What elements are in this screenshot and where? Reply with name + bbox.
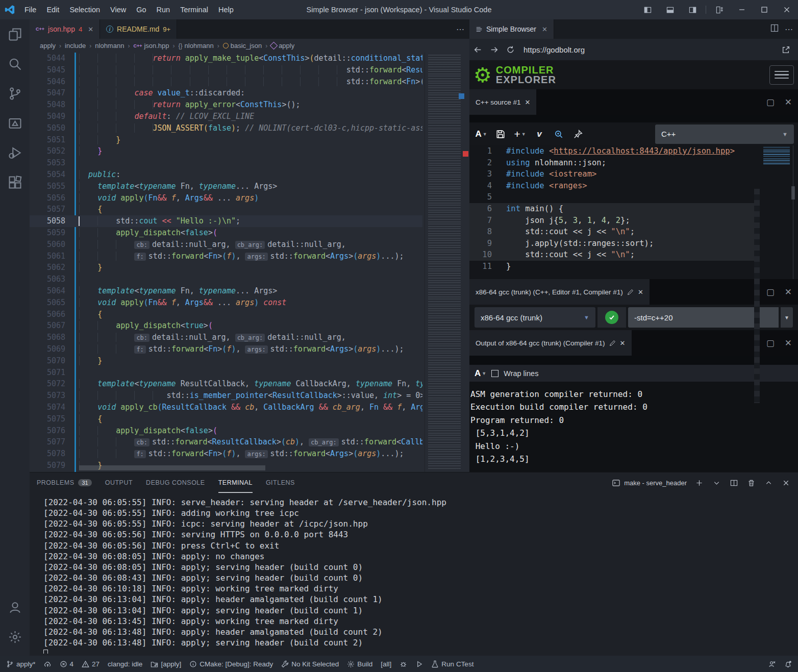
account-icon[interactable]	[0, 592, 30, 622]
code-line[interactable]: 5054 public:	[30, 169, 422, 181]
code-line[interactable]: 5053	[30, 157, 422, 169]
font-size-icon[interactable]: A▼	[473, 127, 489, 142]
code-line[interactable]: 5057 {	[30, 204, 422, 215]
status-item-build[interactable]: Build	[347, 660, 372, 668]
terminal-picker-chevron-icon[interactable]	[711, 478, 721, 488]
status-item-cmake-debug-ready[interactable]: CMake: [Debug]: Ready	[189, 660, 273, 668]
code-line[interactable]: 5062 }	[30, 262, 422, 273]
breadcrumb-item-apply[interactable]: apply	[40, 42, 56, 49]
minimap[interactable]	[425, 53, 469, 472]
editor-tab-README.md[interactable]: iREADME.md9+	[100, 19, 177, 39]
terminal-output[interactable]: [2022-04-30 06:05:55] INFO: serve_header…	[43, 497, 793, 654]
breadcrumb-item-nlohmann[interactable]: nlohmann	[95, 42, 124, 49]
font-size-icon[interactable]: A▼	[475, 366, 486, 381]
close-pane-icon[interactable]: ✕	[525, 98, 531, 106]
godbolt-source-editor[interactable]: 1#include <https://localhost:8443/apply/…	[469, 145, 798, 279]
tab-simple-browser[interactable]: Simple Browser ✕	[469, 19, 554, 39]
godbolt-code-line[interactable]: 8 std::cout << j << "\n";	[469, 226, 755, 238]
close-pane-icon[interactable]: ✕	[638, 288, 643, 296]
code-line[interactable]: 5058 std::cout << "Hello :-)\n";	[30, 215, 422, 227]
horizontal-scrollbar[interactable]	[79, 465, 265, 470]
godbolt-code-line[interactable]: 1#include <https://localhost:8443/apply/…	[469, 145, 798, 157]
menu-run[interactable]: Run	[152, 6, 176, 14]
close-tab-icon[interactable]: ✕	[88, 26, 93, 33]
reload-icon[interactable]	[502, 41, 518, 58]
back-icon[interactable]	[469, 41, 486, 58]
panel-tab-output[interactable]: OUTPUT	[105, 472, 133, 493]
godbolt-code-line[interactable]: 9 j.apply(std::ranges::sort);	[469, 238, 755, 250]
code-line[interactable]: 5075 {	[30, 413, 422, 425]
status-item--all-[interactable]: [all]	[381, 660, 391, 668]
kill-terminal-icon[interactable]	[746, 478, 756, 488]
new-terminal-icon[interactable]	[694, 478, 704, 488]
status-item-4[interactable]: 4	[60, 660, 74, 668]
run-debug-icon[interactable]	[0, 138, 30, 167]
split-terminal-icon[interactable]	[729, 478, 739, 488]
code-line[interactable]: 5050 JSON_ASSERT(false); // NOLINT(cert-…	[30, 122, 422, 134]
godbolt-scrollbar[interactable]	[791, 186, 795, 200]
maximize-pane-icon[interactable]: ▢	[766, 338, 775, 349]
source-control-icon[interactable]	[0, 79, 30, 108]
rename-pane-icon[interactable]	[627, 289, 634, 295]
status-item-run-ctest[interactable]: Run CTest	[431, 660, 473, 668]
code-line[interactable]: 5049 default: // LCOV_EXCL_LINE	[30, 111, 422, 122]
browser-more-actions-icon[interactable]: ⋯	[785, 24, 793, 34]
godbolt-code-line[interactable]: 3#include <iostream>	[469, 168, 798, 180]
breadcrumb-item-basic_json[interactable]: basic_json	[223, 42, 262, 49]
menu-terminal[interactable]: Terminal	[175, 6, 213, 14]
code-line[interactable]: 5059 apply_dispatch<false>(	[30, 227, 422, 239]
options-dropdown-icon[interactable]: ▼	[781, 307, 793, 328]
close-pane-icon[interactable]: ✕	[785, 338, 792, 349]
wrap-lines-checkbox[interactable]	[491, 370, 498, 377]
code-line[interactable]: 5070 }	[30, 355, 422, 367]
code-line[interactable]: 5073 std::is_member_pointer<ResultCallba…	[30, 390, 422, 402]
hamburger-menu-icon[interactable]	[769, 65, 794, 85]
pin-icon[interactable]	[570, 127, 586, 142]
godbolt-code-line[interactable]: 2using nlohmann::json;	[469, 157, 798, 169]
compiler-select[interactable]: x86-64 gcc (trunk) ▼	[475, 307, 595, 328]
code-line[interactable]: 5046 std::forward<Fn>(f),	[30, 76, 422, 88]
godbolt-code-line[interactable]: 10 std::cout << j << "\n";	[469, 249, 755, 261]
search-icon[interactable]	[0, 49, 30, 79]
language-select[interactable]: C++ ▼	[655, 125, 794, 144]
code-line[interactable]: 5047 case value_t::discarded:	[30, 87, 422, 99]
save-icon[interactable]	[493, 127, 508, 142]
code-line[interactable]: 5064 template<typename Fn, typename... A…	[30, 285, 422, 297]
status-item-bug-icon[interactable]	[400, 660, 407, 668]
toggle-sidebar-icon[interactable]	[636, 0, 659, 19]
code-line[interactable]: 5068 cb:detail::null_arg, cb_arg:detail:…	[30, 332, 422, 343]
status-item-no-kit-selected[interactable]: No Kit Selected	[281, 660, 339, 668]
menu-help[interactable]: Help	[213, 6, 239, 14]
maximize-icon[interactable]	[753, 0, 776, 19]
url-input[interactable]: https://godbolt.org	[523, 45, 778, 54]
godbolt-code-line[interactable]: 4#include <ranges>	[469, 180, 798, 192]
panel-collapse-icon[interactable]	[763, 478, 774, 488]
editor-more-actions-icon[interactable]: ⋯	[456, 24, 464, 34]
split-editor-icon[interactable]	[770, 24, 779, 34]
code-line[interactable]: 5071	[30, 367, 422, 379]
code-line[interactable]: 5072 template<typename ResultCallback, t…	[30, 378, 422, 390]
vim-mode-icon[interactable]: v	[532, 127, 547, 142]
godbolt-code-line[interactable]: 6int main() {	[469, 203, 755, 215]
extensions-icon[interactable]	[0, 167, 30, 197]
code-editor[interactable]: 5044 return apply_make_tuple<ConstThis>(…	[30, 53, 469, 472]
close-window-icon[interactable]	[776, 0, 798, 19]
code-line[interactable]: 5066 {	[30, 309, 422, 320]
code-line[interactable]: 5067 apply_dispatch<true>(	[30, 320, 422, 332]
forward-icon[interactable]	[486, 41, 502, 58]
editor-tab-json.hpp[interactable]: C++json.hpp4✕	[30, 19, 100, 39]
source-pane-tab[interactable]: C++ source #1 ✕	[469, 89, 536, 115]
customize-layout-icon[interactable]	[708, 0, 731, 19]
code-line[interactable]: 5051 }	[30, 134, 422, 146]
code-line[interactable]: 5078 f:std::forward<Fn>(f), args:std::fo…	[30, 448, 422, 460]
cmake-window-icon[interactable]	[0, 108, 30, 138]
maximize-pane-icon[interactable]: ▢	[766, 287, 775, 297]
menu-selection[interactable]: Selection	[64, 6, 105, 14]
code-line[interactable]: 5069 f:std::forward<Fn>(f), args:std::fo…	[30, 343, 422, 355]
status-item-play-icon[interactable]	[415, 660, 423, 668]
settings-gear-icon[interactable]	[0, 622, 30, 652]
menu-file[interactable]: File	[19, 6, 41, 14]
close-pane-icon[interactable]: ✕	[785, 287, 792, 297]
breadcrumb-item-nlohmann[interactable]: {}nlohmann	[179, 42, 214, 49]
code-line[interactable]: 5052 }	[30, 145, 422, 157]
